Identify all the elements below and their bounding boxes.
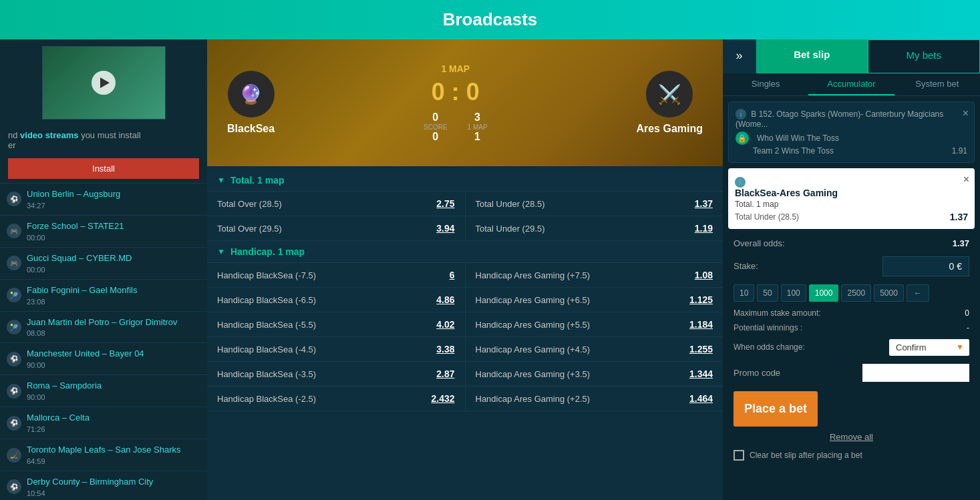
active-bet-sub: Total. 1 map — [735, 200, 968, 209]
place-bet-button[interactable]: Place a bet — [733, 391, 818, 427]
odds-value-left[interactable]: 2.75 — [436, 198, 454, 209]
match-time: 10:54 — [27, 489, 200, 497]
bet-slip-header: » Bet slip My bets — [723, 39, 980, 73]
odds-value-right[interactable]: 1.344 — [689, 368, 713, 379]
promo-row: Promo code — [728, 360, 975, 386]
odds-value-left[interactable]: 4.02 — [436, 319, 454, 330]
odds-label-left: Total Over (29.5) — [217, 224, 436, 234]
section-title: Total. 1 map — [230, 175, 285, 186]
odds-cell-left[interactable]: Handicap BlackSea (-7.5) 6 — [207, 263, 466, 287]
when-odds-select[interactable]: Confirm Accept any Accept higher — [889, 339, 969, 356]
match-name: Derby County – Birmingham City — [27, 477, 200, 488]
odds-value-left[interactable]: 2.432 — [431, 393, 454, 404]
flash-link: video streams — [20, 130, 78, 140]
overall-odds-label: Overall odds: — [733, 238, 785, 248]
odds-cell-right[interactable]: Total Under (28.5) 1.37 — [466, 192, 723, 216]
match-item[interactable]: ⚽ Mallorca – Celta 71:26 — [0, 407, 207, 439]
promo-input[interactable] — [862, 364, 969, 382]
odds-value-right[interactable]: 1.184 — [689, 319, 713, 330]
info-icon: i — [736, 109, 746, 119]
team2-name: Ares Gaming — [636, 123, 703, 135]
odds-cell-left[interactable]: Handicap BlackSea (-5.5) 4.02 — [207, 312, 466, 336]
odds-value-right[interactable]: 1.37 — [695, 198, 713, 209]
odds-value-right[interactable]: 1.464 — [689, 393, 713, 404]
quick-stake-5000[interactable]: 5000 — [874, 284, 904, 302]
section-header[interactable]: ▼Handicap. 1 map — [207, 241, 723, 263]
odds-value-left[interactable]: 3.94 — [436, 223, 454, 234]
active-bet-title: BlackSea-Ares Gaming — [735, 188, 968, 198]
match-sport-icon: ⚽ — [7, 192, 21, 206]
quick-stake-100[interactable]: 100 — [781, 284, 806, 302]
clear-checkbox[interactable] — [733, 450, 744, 461]
match-sport-icon: 🎾 — [7, 288, 21, 302]
quick-stake-2500[interactable]: 2500 — [841, 284, 871, 302]
odds-value-right[interactable]: 1.125 — [689, 294, 713, 305]
expand-tab[interactable]: » — [723, 39, 756, 73]
odds-cell-right[interactable]: Handicap Ares Gaming (+7.5) 1.08 — [466, 263, 723, 287]
odds-cell-left[interactable]: Total Over (29.5) 3.94 — [207, 216, 466, 240]
odds-cell-right[interactable]: Handicap Ares Gaming (+5.5) 1.184 — [466, 312, 723, 336]
match-item[interactable]: 🏒 Toronto Maple Leafs – San Jose Sharks … — [0, 439, 207, 471]
odds-cell-right[interactable]: Handicap Ares Gaming (+2.5) 1.464 — [466, 387, 723, 411]
odds-cell-left[interactable]: Total Over (28.5) 2.75 — [207, 192, 466, 216]
match-item[interactable]: ⚽ Manchester United – Bayer 04 90:00 — [0, 343, 207, 375]
odds-cell-right[interactable]: Total Under (29.5) 1.19 — [466, 216, 723, 240]
match-item[interactable]: ⚽ Roma – Sampdoria 90:00 — [0, 375, 207, 407]
system-bet-nav[interactable]: System bet — [894, 73, 980, 95]
bet-slip-tab[interactable]: Bet slip — [756, 39, 868, 73]
odds-label-right: Total Under (29.5) — [476, 224, 695, 234]
match-item[interactable]: ⚽ Derby County – Birmingham City 10:54 — [0, 471, 207, 500]
score-map-2: 1 — [468, 131, 488, 143]
section-header[interactable]: ▼Total. 1 map — [207, 170, 723, 192]
remove-all-button[interactable]: Remove all — [728, 432, 975, 442]
odds-label-right: Handicap Ares Gaming (+3.5) — [476, 369, 689, 379]
odds-value-left[interactable]: 2.87 — [436, 368, 454, 379]
locked-bet-close[interactable]: × — [963, 107, 969, 119]
quick-stake-50[interactable]: 50 — [757, 284, 778, 302]
active-bet-close[interactable]: × — [963, 174, 969, 186]
accumulator-nav[interactable]: Accumulator — [808, 73, 894, 95]
match-sport-icon: 🏒 — [7, 448, 21, 463]
flash-notice: nd video streams you must install er — [0, 126, 207, 154]
who-win-label: Who Will Win The Toss — [757, 134, 839, 143]
match-item[interactable]: 🎾 Fabio Fognini – Gael Monfils 23:08 — [0, 280, 207, 312]
quick-stake-10[interactable]: 10 — [733, 284, 754, 302]
odds-value-left[interactable]: 3.38 — [436, 344, 454, 354]
quick-stake-back[interactable]: ← — [907, 284, 929, 302]
odds-value-right[interactable]: 1.19 — [695, 223, 713, 234]
game-header: 🔮 BlackSea 1 MAP 0 : 0 0 SCORE 0 3 1 MAP… — [207, 39, 723, 166]
play-button[interactable] — [92, 71, 116, 95]
odds-cell-left[interactable]: Handicap BlackSea (-3.5) 2.87 — [207, 362, 466, 386]
odds-value-left[interactable]: 4.86 — [436, 294, 454, 305]
match-item[interactable]: 🎮 Forze School – STATE21 00:00 — [0, 216, 207, 248]
quick-stake-1000[interactable]: 1000 — [809, 284, 839, 302]
odds-label-right: Handicap Ares Gaming (+6.5) — [476, 295, 689, 305]
currency-symbol: € — [957, 261, 962, 272]
team1-name: BlackSea — [227, 123, 275, 135]
odds-value-right[interactable]: 1.08 — [695, 270, 713, 280]
odds-label-right: Handicap Ares Gaming (+2.5) — [476, 394, 689, 404]
odds-cell-right[interactable]: Handicap Ares Gaming (+3.5) 1.344 — [466, 362, 723, 386]
stake-input[interactable] — [907, 261, 954, 272]
stake-input-container: € — [882, 256, 969, 276]
odds-cell-left[interactable]: Handicap BlackSea (-2.5) 2.432 — [207, 387, 466, 411]
match-item[interactable]: ⚽ Union Berlin – Augsburg 34:27 — [0, 184, 207, 216]
video-thumbnail[interactable] — [42, 46, 166, 119]
match-sport-icon: 🎮 — [7, 256, 21, 270]
my-bets-tab[interactable]: My bets — [868, 39, 981, 73]
locked-bet-text: B 152. Otago Sparks (Women)- Canterbury … — [736, 109, 943, 130]
install-button[interactable]: Install — [8, 158, 199, 179]
odds-cell-left[interactable]: Handicap BlackSea (-6.5) 4.86 — [207, 288, 466, 312]
score-val-1: 0 — [424, 111, 448, 123]
match-item[interactable]: 🎾 Juan Martin del Potro – Grigor Dimitro… — [0, 312, 207, 344]
odds-value-left[interactable]: 6 — [450, 270, 455, 280]
team-left: 🔮 BlackSea — [227, 71, 275, 135]
right-panel: » Bet slip My bets Singles Accumulator S… — [723, 39, 980, 500]
when-odds-label: When odds change: — [733, 342, 805, 352]
odds-value-right[interactable]: 1.255 — [689, 344, 713, 354]
match-item[interactable]: 🎮 Gucci Squad – CYBER.MD 00:00 — [0, 248, 207, 280]
singles-nav[interactable]: Singles — [723, 73, 808, 95]
odds-cell-right[interactable]: Handicap Ares Gaming (+4.5) 1.255 — [466, 337, 723, 361]
odds-cell-right[interactable]: Handicap Ares Gaming (+6.5) 1.125 — [466, 288, 723, 312]
odds-cell-left[interactable]: Handicap BlackSea (-4.5) 3.38 — [207, 337, 466, 361]
